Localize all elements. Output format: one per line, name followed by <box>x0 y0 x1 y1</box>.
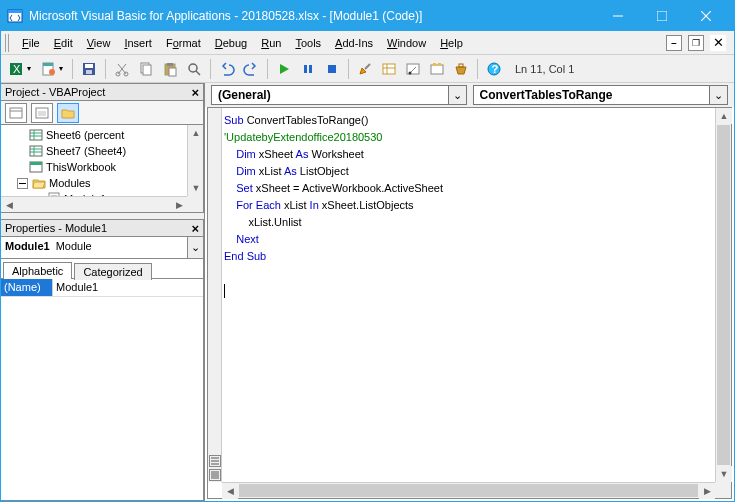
property-value-cell[interactable]: Module1 <box>53 279 101 296</box>
toolbox-button[interactable] <box>450 58 472 80</box>
code-dropdown-row: (General) ⌄ ConvertTablesToRange ⌄ <box>205 83 734 107</box>
scroll-corner <box>187 196 203 212</box>
project-tree[interactable]: Sheet6 (percent Sheet7 (Sheet4) ThisWork… <box>1 125 204 213</box>
tree-scrollbar-horizontal[interactable]: ◀▶ <box>1 196 187 212</box>
save-button[interactable] <box>78 58 100 80</box>
cut-button[interactable] <box>111 58 133 80</box>
maximize-button[interactable] <box>640 2 684 30</box>
svg-rect-32 <box>431 65 443 74</box>
properties-object-name: Module1 <box>1 237 54 258</box>
svg-rect-46 <box>30 146 42 156</box>
project-panel-header: Project - VBAProject × <box>1 83 204 101</box>
text-cursor <box>224 284 225 298</box>
close-button[interactable] <box>684 2 728 30</box>
break-button[interactable] <box>297 58 319 80</box>
object-dropdown-value: (General) <box>212 88 448 102</box>
menu-tools[interactable]: Tools <box>288 34 328 52</box>
tree-node-sheet[interactable]: Sheet6 (percent <box>1 127 187 143</box>
procedure-dropdown[interactable]: ConvertTablesToRange ⌄ <box>473 85 729 105</box>
tree-node-modules-folder[interactable]: Modules <box>1 175 187 191</box>
full-module-view-button[interactable] <box>209 469 221 481</box>
copy-button[interactable] <box>135 58 157 80</box>
properties-panel-header: Properties - Module1 × <box>1 219 204 237</box>
properties-window-button[interactable] <box>402 58 424 80</box>
undo-button[interactable] <box>216 58 238 80</box>
tab-categorized[interactable]: Categorized <box>74 263 151 280</box>
svg-point-21 <box>189 64 197 72</box>
svg-line-26 <box>365 64 370 69</box>
svg-text:X: X <box>13 63 21 75</box>
find-button[interactable] <box>183 58 205 80</box>
toggle-folders-button[interactable] <box>57 103 79 123</box>
view-object-button[interactable] <box>31 103 53 123</box>
tree-node-sheet[interactable]: Sheet7 (Sheet4) <box>1 143 187 159</box>
properties-panel-title: Properties - Module1 <box>5 222 191 234</box>
menu-window[interactable]: Window <box>380 34 433 52</box>
insert-module-button[interactable]: ▾ <box>37 58 67 80</box>
property-name-cell: (Name) <box>1 279 53 296</box>
run-button[interactable] <box>273 58 295 80</box>
procedure-view-button[interactable] <box>209 455 221 467</box>
tree-label: Modules <box>49 177 91 189</box>
menu-insert[interactable]: Insert <box>117 34 159 52</box>
mdi-close-button[interactable]: ✕ <box>710 35 726 51</box>
object-dropdown[interactable]: (General) ⌄ <box>211 85 467 105</box>
object-browser-button[interactable] <box>426 58 448 80</box>
properties-grid[interactable]: (Name) Module1 <box>1 279 204 501</box>
chevron-down-icon[interactable]: ⌄ <box>187 237 203 258</box>
minimize-button[interactable] <box>596 2 640 30</box>
project-panel-title: Project - VBAProject <box>5 86 191 98</box>
code-scrollbar-horizontal[interactable]: ◀▶ <box>222 482 715 498</box>
help-button[interactable]: ? <box>483 58 505 80</box>
minus-icon[interactable] <box>15 176 29 190</box>
svg-text:?: ? <box>492 63 499 75</box>
menu-bar: File Edit View Insert Format Debug Run T… <box>1 31 734 55</box>
svg-rect-17 <box>143 65 151 75</box>
project-panel-close-button[interactable]: × <box>191 85 199 100</box>
menu-view[interactable]: View <box>80 34 118 52</box>
app-icon <box>7 8 23 24</box>
menu-edit[interactable]: Edit <box>47 34 80 52</box>
menu-help[interactable]: Help <box>433 34 470 52</box>
mdi-restore-button[interactable]: ❐ <box>688 35 704 51</box>
menu-debug[interactable]: Debug <box>208 34 254 52</box>
left-column: Project - VBAProject × Sheet6 (percent S… <box>1 83 205 501</box>
svg-rect-19 <box>167 63 173 66</box>
redo-button[interactable] <box>240 58 262 80</box>
menu-file[interactable]: File <box>15 34 47 52</box>
menu-addins[interactable]: Add-Ins <box>328 34 380 52</box>
tree-node-thisworkbook[interactable]: ThisWorkbook <box>1 159 187 175</box>
code-text[interactable]: Sub ConvertTablesToRange() 'UpdatebyExte… <box>224 112 713 299</box>
svg-rect-9 <box>43 63 53 66</box>
svg-rect-23 <box>304 65 307 73</box>
tree-scrollbar-vertical[interactable]: ▲▼ <box>187 125 203 196</box>
properties-object-combo[interactable]: Module1 Module ⌄ <box>1 237 204 259</box>
tree-label: Sheet7 (Sheet4) <box>46 145 126 157</box>
project-explorer-button[interactable] <box>378 58 400 80</box>
svg-rect-35 <box>459 64 463 67</box>
design-mode-button[interactable] <box>354 58 376 80</box>
svg-rect-13 <box>86 70 92 74</box>
menu-run[interactable]: Run <box>254 34 288 52</box>
properties-panel-close-button[interactable]: × <box>191 221 199 236</box>
reset-button[interactable] <box>321 58 343 80</box>
properties-tabs: Alphabetic Categorized <box>1 259 204 279</box>
paste-button[interactable] <box>159 58 181 80</box>
chevron-down-icon[interactable]: ⌄ <box>448 86 466 104</box>
code-editor[interactable]: Sub ConvertTablesToRange() 'UpdatebyExte… <box>207 107 732 499</box>
view-excel-button[interactable]: X▾ <box>5 58 35 80</box>
svg-rect-51 <box>30 162 42 165</box>
chevron-down-icon[interactable]: ⌄ <box>709 86 727 104</box>
svg-rect-3 <box>657 11 667 21</box>
mdi-minimize-button[interactable]: ‒ <box>666 35 682 51</box>
cursor-location: Ln 11, Col 1 <box>515 63 574 75</box>
property-row[interactable]: (Name) Module1 <box>1 279 203 297</box>
svg-line-22 <box>196 71 200 75</box>
project-panel-toolbar <box>1 101 204 125</box>
tab-alphabetic[interactable]: Alphabetic <box>3 262 72 279</box>
svg-rect-34 <box>438 63 441 66</box>
menu-format[interactable]: Format <box>159 34 208 52</box>
code-scrollbar-vertical[interactable]: ▲▼ <box>715 108 731 482</box>
toolbar-grip[interactable] <box>5 34 11 52</box>
view-code-button[interactable] <box>5 103 27 123</box>
